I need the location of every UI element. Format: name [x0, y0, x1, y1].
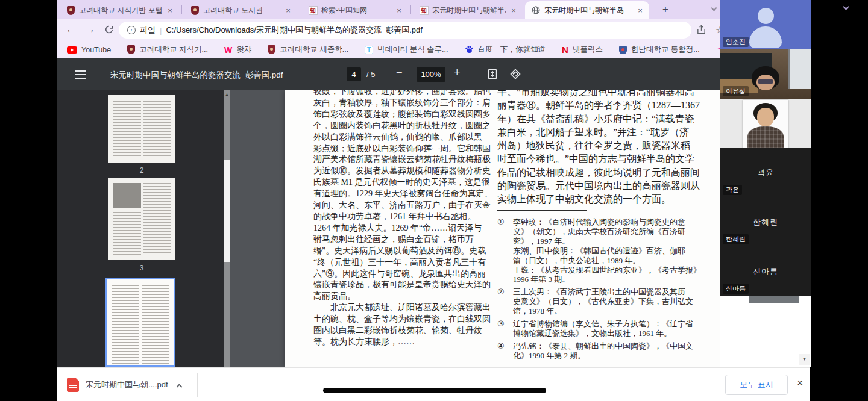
scrollbar-up-arrow-icon[interactable]: ▲ [224, 90, 230, 96]
pdf-page: 较鼓，下腹弧收，近足处外侈，圈足县矮。胎色 灰白，青釉较厚，釉下镶嵌纹饰分三个部… [285, 90, 756, 367]
participant-tile[interactable]: 곽윤 곽윤 [720, 148, 811, 197]
footnote-item: ② 三上次男：《百济武宁王陵出土的中国瓷器及其历 史意义》（日文），《古代东亚史… [497, 287, 741, 316]
tab-close-icon[interactable]: × [166, 6, 174, 15]
korea-university-logo-icon [66, 5, 75, 15]
bookmark-baidu[interactable]: 百度一下，你就知道 [465, 45, 546, 55]
browser-tab[interactable]: 고려대학교 도서관 × [184, 1, 297, 19]
tab-title: 宋元时期中国与朝鲜半岛 [432, 5, 506, 16]
participant-name: 이유정 [723, 86, 749, 96]
browser-window: 고려대학교 지식기반 포털 × 고려대학교 도서관 × 知 检索-中国知网 × … [57, 0, 811, 401]
tab-close-icon[interactable]: × [509, 6, 518, 15]
fit-to-page-button[interactable] [486, 68, 498, 82]
participant-tile[interactable]: 한혜린 한혜린 [720, 197, 811, 247]
address-file-label: 파일 [140, 25, 156, 36]
article-left-column: 较鼓，下腹弧收，近足处外侈，圈足县矮。胎色 灰白，青釉较厚，釉下镶嵌纹饰分三个部… [313, 90, 502, 348]
zoom-level-value[interactable]: 100% [417, 67, 445, 82]
footnote-text: 三上次男：《百济武宁王陵出土的中国瓷器及其历 史意义》（日文），《古代东亚史》下… [513, 287, 741, 316]
bookmarks-bar: YouTube 고려대학교 지식기... W 왓챠 고려대학교 세종학... T… [57, 41, 811, 58]
forward-button[interactable]: → [85, 23, 95, 36]
cnki-logo-icon: 知 [308, 5, 318, 15]
address-divider: | [160, 26, 162, 35]
participant-name: 임소진 [723, 37, 749, 47]
thumbnail-page-number: 2 [108, 166, 175, 175]
tab-close-icon[interactable]: × [395, 6, 403, 15]
show-all-downloads-button[interactable]: 모두 표시 [725, 375, 788, 395]
footnote-marker: ① [497, 217, 513, 284]
korea-university-sejong-logo-icon [268, 45, 275, 54]
t-square-icon: T [365, 46, 373, 54]
download-bar-close-icon[interactable]: × [797, 377, 804, 390]
page-thumbnail-2[interactable] [108, 95, 175, 163]
avatar-placeholder-icon [758, 8, 774, 24]
pdf-content-area: 2 3 ▲ 较鼓，下腹弧收，近足处外侈，圈足县矮。胎色 [57, 90, 811, 367]
bookmark-bigdata-solution[interactable]: T 빅데이터 분석 솔루... [365, 45, 448, 55]
hannam-university-crest-icon [619, 46, 627, 54]
browser-tab[interactable]: 知 宋元时期中国与朝鲜半岛 × [413, 1, 523, 19]
participant-name-label: 한혜린 [723, 234, 749, 244]
bookmark-watcha[interactable]: W 왓챠 [224, 45, 251, 55]
tab-strip-chevron-icon[interactable] [711, 5, 717, 11]
site-info-icon[interactable]: i [127, 26, 136, 34]
browser-toolbar: ← → i 파일 | C:/Users/Cho/Downloads/宋元时期中国… [57, 19, 811, 41]
scrollbar-thumb[interactable] [224, 160, 230, 262]
browser-tab[interactable]: 知 检索-中国知网 × [302, 1, 408, 19]
tab-close-icon[interactable]: × [284, 6, 292, 15]
footnote-item: ① 李钟玟：《百济时代输入陶瓷的影响与陶瓷史的意 义》（朝文），忠南大学校百济研… [497, 217, 741, 284]
tab-title: 检索-中国知网 [321, 5, 391, 16]
bookmark-korea-univ-portal[interactable]: 고려대학교 지식기... [127, 45, 208, 55]
footnote-item: ③ 辽宁省博物馆编（李文信、朱子方执笔）：《辽宁省 博物馆藏辽瓷选集》，文物出版… [497, 319, 741, 338]
page-thumbnail-3[interactable] [108, 178, 175, 260]
reload-button[interactable] [104, 25, 114, 37]
article-right-column: 半。”市舶贩卖物货之细色中就有高丽铜器和高 丽青器⑧。朝鲜半岛的学者李齐贤（12… [497, 90, 738, 207]
baidu-paw-icon [465, 45, 474, 55]
panel-scrollbar-track[interactable] [749, 296, 799, 303]
tab-close-icon[interactable]: × [636, 6, 644, 15]
video-conference-panel: 임소진 이유정 곽윤 곽윤 한혜린 한혜린 신아름 신아름 [720, 0, 811, 296]
bookmark-netflix[interactable]: N 넷플릭스 [562, 45, 603, 55]
toolbar-divider [476, 67, 476, 82]
netflix-icon: N [562, 45, 568, 55]
video-panel-footer: ▼ [720, 296, 811, 367]
menu-hamburger-icon[interactable] [75, 70, 86, 81]
pdf-toolbar: 宋元时期中国与朝鲜半岛的瓷器交流_彭善国.pdf 4 / 5 − 100% + [57, 58, 811, 90]
bookmark-youtube[interactable]: YouTube [67, 46, 111, 54]
scrollbar-down-arrow-icon[interactable]: ▼ [799, 354, 810, 365]
browser-tab-active[interactable]: 宋元时期中国与朝鲜半岛 × [525, 1, 649, 19]
download-bar-divider [197, 373, 198, 397]
downloaded-file-chip[interactable]: 宋元时期中国与朝....pdf [67, 375, 181, 394]
participant-tile[interactable]: 이유정 [720, 49, 811, 99]
footnote-item: ④ 冯先铭：《泰县、朝鲜出土的中国陶瓷》，《中国文 化》1990 年第 2 期。 [497, 341, 741, 361]
thumbnail-page-number: 3 [108, 264, 175, 272]
korea-university-logo-icon [127, 45, 135, 54]
address-bar[interactable]: i 파일 | C:/Users/Cho/Downloads/宋元时期中国与朝鲜半… [119, 22, 691, 39]
bookmark-hannam-univ[interactable]: 한남대학교 통합정... [619, 45, 700, 55]
tab-separator [181, 5, 182, 14]
footnote-text: 冯先铭：《泰县、朝鲜出土的中国陶瓷》，《中国文 化》1990 年第 2 期。 [513, 341, 741, 361]
footnote-text: 辽宁省博物馆编（李文信、朱子方执笔）：《辽宁省 博物馆藏辽瓷选集》，文物出版社，… [513, 319, 741, 338]
new-tab-button[interactable]: + [660, 4, 671, 15]
download-options-caret-icon[interactable] [176, 384, 182, 390]
thumbnail-sidebar: 2 3 ▲ [57, 90, 230, 367]
rotate-page-button[interactable] [509, 68, 521, 82]
page-thumbnail-4-active[interactable] [105, 278, 175, 367]
share-icon[interactable] [696, 25, 706, 37]
collapse-panel-chevron-icon[interactable] [843, 4, 849, 10]
pdf-document-title: 宋元时期中国与朝鲜半岛的瓷器交流_彭善国.pdf [110, 70, 283, 81]
participant-tile[interactable]: 신아름 신아름 [720, 247, 811, 296]
back-button[interactable]: ← [66, 23, 76, 36]
sidebar-scrollbar[interactable]: ▲ [224, 90, 230, 367]
participant-tile[interactable] [720, 99, 811, 148]
tab-title: 고려대학교 도서관 [203, 5, 280, 16]
footnote-marker: ④ [497, 341, 513, 361]
toolbar-divider [385, 67, 385, 82]
zoom-in-button[interactable]: + [454, 66, 461, 79]
bookmark-korea-univ-sejong[interactable]: 고려대학교 세종학... [268, 45, 348, 55]
browser-tab[interactable]: 고려대학교 지식기반 포털 × [60, 1, 179, 19]
cnki-logo-icon: 知 [419, 5, 429, 15]
participant-tile[interactable]: 임소진 [720, 0, 811, 49]
globe-icon [531, 5, 541, 15]
tab-strip: 고려대학교 지식기반 포털 × 고려대학교 도서관 × 知 检索-中国知网 × … [57, 0, 811, 19]
zoom-out-button[interactable]: − [396, 66, 403, 79]
page-number-input[interactable]: 4 [347, 67, 361, 81]
participant-name: 신아름 [753, 266, 778, 277]
